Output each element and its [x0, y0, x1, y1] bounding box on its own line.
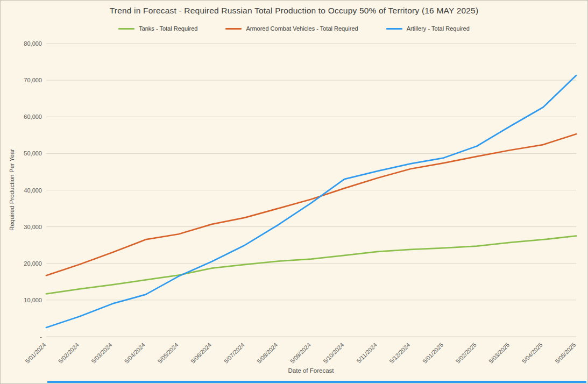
x-tick-label: 5/03/2025 [487, 342, 511, 365]
line-chart-plot: -10,00020,00030,00040,00050,00060,00070,… [1, 1, 588, 384]
y-tick-label: 50,000 [24, 150, 42, 157]
y-tick-label: 20,000 [24, 260, 42, 267]
x-tick-label: 5/10/2024 [322, 342, 345, 365]
y-tick-label: 10,000 [24, 297, 42, 303]
chart-page: Trend in Forecast - Required Russian Tot… [0, 0, 588, 384]
x-axis-title: Date of Forecast [288, 367, 334, 374]
x-tick-label: 5/02/2025 [455, 342, 478, 365]
y-tick-label: - [40, 333, 42, 340]
x-tick-label: 5/12/2024 [388, 342, 412, 365]
x-tick-label: 5/06/2024 [189, 342, 212, 365]
y-tick-label: 30,000 [24, 224, 42, 230]
x-tick-label: 5/11/2024 [356, 342, 379, 365]
x-tick-label: 5/05/2025 [554, 342, 577, 365]
x-tick-label: 5/09/2024 [289, 342, 312, 365]
y-tick-label: 70,000 [24, 77, 42, 83]
x-tick-label: 5/03/2024 [90, 342, 113, 365]
x-tick-label: 5/02/2024 [57, 342, 80, 365]
series-line-0 [46, 236, 576, 294]
x-tick-label: 5/01/2025 [421, 342, 444, 365]
y-tick-label: 40,000 [24, 187, 42, 194]
y-axis-title: Required Production Per Year [9, 149, 15, 231]
x-tick-label: 5/08/2024 [256, 342, 279, 365]
x-tick-label: 5/01/2024 [24, 342, 47, 365]
x-tick-label: 5/07/2024 [223, 342, 246, 365]
series-line-2 [46, 75, 576, 328]
x-tick-label: 5/04/2024 [123, 342, 146, 365]
series-line-1 [46, 134, 576, 275]
y-tick-label: 60,000 [24, 113, 42, 120]
x-tick-label: 5/04/2025 [521, 342, 544, 365]
bottom-accent-bar [47, 381, 586, 383]
y-tick-label: 80,000 [24, 40, 42, 47]
x-tick-label: 5/05/2024 [157, 342, 180, 365]
